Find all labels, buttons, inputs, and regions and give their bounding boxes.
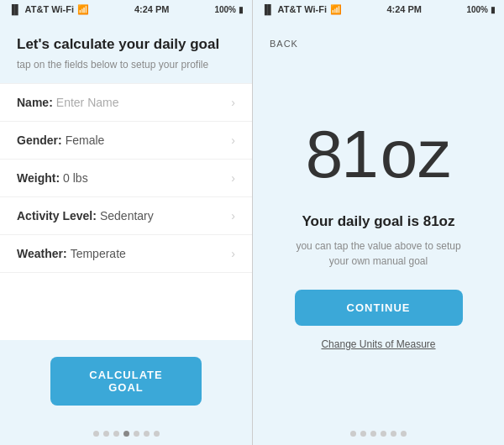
right-carrier-label: AT&T Wi-Fi bbox=[278, 4, 327, 14]
right-wifi-icon: 📶 bbox=[330, 4, 342, 15]
right-status-right: 100% ▮ bbox=[466, 5, 496, 14]
goal-display: 81 oz Your daily goal is 81oz you can ta… bbox=[253, 49, 504, 422]
goal-subtitle: you can tap the value above to setup you… bbox=[295, 238, 463, 269]
right-time: 4:24 PM bbox=[386, 4, 422, 14]
right-dot-5 bbox=[391, 431, 396, 437]
left-subtitle: tap on the fields below to setup your pr… bbox=[17, 59, 235, 71]
wifi-icon: 📶 bbox=[77, 4, 89, 15]
left-pagination bbox=[0, 422, 252, 445]
left-time: 4:24 PM bbox=[134, 4, 170, 14]
right-dot-3 bbox=[370, 431, 376, 437]
chevron-icon-gender: › bbox=[231, 134, 235, 147]
chevron-icon-weather: › bbox=[231, 247, 235, 260]
left-status-right: 100% ▮ bbox=[214, 5, 244, 14]
field-activity[interactable]: Activity Level: Sedentary › bbox=[0, 197, 252, 235]
right-battery-label: 100% bbox=[466, 5, 488, 14]
right-dot-4 bbox=[381, 431, 386, 437]
right-status-left: ▐▌ AT&T Wi-Fi 📶 bbox=[261, 4, 342, 15]
dot-2 bbox=[103, 431, 109, 437]
right-dot-2 bbox=[360, 431, 366, 437]
right-battery-icon: ▮ bbox=[491, 5, 496, 14]
field-gender-label: Gender: bbox=[17, 134, 62, 147]
battery-icon: ▮ bbox=[239, 5, 244, 14]
right-pagination bbox=[253, 422, 504, 445]
goal-title: Your daily goal is 81oz bbox=[302, 213, 454, 230]
field-name-label: Name: bbox=[17, 96, 53, 109]
field-gender-value: Female bbox=[66, 134, 232, 147]
battery-label: 100% bbox=[214, 5, 236, 14]
left-status-bar: ▐▌ AT&T Wi-Fi 📶 4:24 PM 100% ▮ bbox=[0, 0, 252, 18]
goal-number-row[interactable]: 81 oz bbox=[306, 121, 451, 188]
right-status-bar: ▐▌ AT&T Wi-Fi 📶 4:24 PM 100% ▮ bbox=[253, 0, 504, 18]
calculate-btn-container: CALCULATE GOAL bbox=[0, 340, 252, 422]
chevron-icon-activity: › bbox=[231, 209, 235, 222]
back-button[interactable]: BACK bbox=[253, 18, 504, 49]
chevron-icon-name: › bbox=[231, 96, 235, 109]
field-name[interactable]: Name: Enter Name › bbox=[0, 83, 252, 122]
field-activity-label: Activity Level: bbox=[17, 209, 97, 222]
dot-4-active bbox=[123, 431, 129, 437]
goal-unit: oz bbox=[381, 121, 452, 188]
goal-number: 81 bbox=[306, 121, 377, 188]
field-weight-label: Weight: bbox=[17, 171, 60, 185]
right-dot-1 bbox=[350, 431, 356, 437]
dot-7 bbox=[154, 431, 160, 437]
right-panel: ▐▌ AT&T Wi-Fi 📶 4:24 PM 100% ▮ BACK 81 o… bbox=[253, 0, 504, 445]
field-activity-value: Sedentary bbox=[100, 209, 231, 222]
signal-icon: ▐▌ bbox=[8, 4, 22, 14]
field-name-value: Enter Name bbox=[56, 96, 232, 109]
dot-5 bbox=[134, 431, 139, 437]
field-gender[interactable]: Gender: Female › bbox=[0, 122, 252, 160]
right-signal-icon: ▐▌ bbox=[261, 4, 275, 14]
field-weight-value: 0 lbs bbox=[63, 171, 231, 185]
dot-3 bbox=[113, 431, 119, 437]
fields-container: Name: Enter Name › Gender: Female › Weig… bbox=[0, 83, 252, 340]
field-weather[interactable]: Weather: Temperate › bbox=[0, 235, 252, 273]
left-panel: ▐▌ AT&T Wi-Fi 📶 4:24 PM 100% ▮ Let's cal… bbox=[0, 0, 252, 445]
chevron-icon-weight: › bbox=[231, 171, 235, 185]
field-weather-value: Temperate bbox=[71, 247, 232, 260]
dot-6 bbox=[144, 431, 150, 437]
left-status-left: ▐▌ AT&T Wi-Fi 📶 bbox=[8, 4, 89, 15]
change-units-link[interactable]: Change Units of Measure bbox=[321, 338, 435, 350]
left-header: Let's calculate your daily goal tap on t… bbox=[0, 18, 252, 83]
continue-button[interactable]: CONTINUE bbox=[295, 290, 463, 326]
right-dot-6 bbox=[401, 431, 407, 437]
left-title: Let's calculate your daily goal bbox=[17, 35, 235, 54]
field-weather-label: Weather: bbox=[17, 247, 67, 260]
field-weight[interactable]: Weight: 0 lbs › bbox=[0, 160, 252, 197]
carrier-label: AT&T Wi-Fi bbox=[25, 4, 74, 14]
calculate-goal-button[interactable]: CALCULATE GOAL bbox=[50, 357, 202, 406]
dot-1 bbox=[93, 431, 99, 437]
